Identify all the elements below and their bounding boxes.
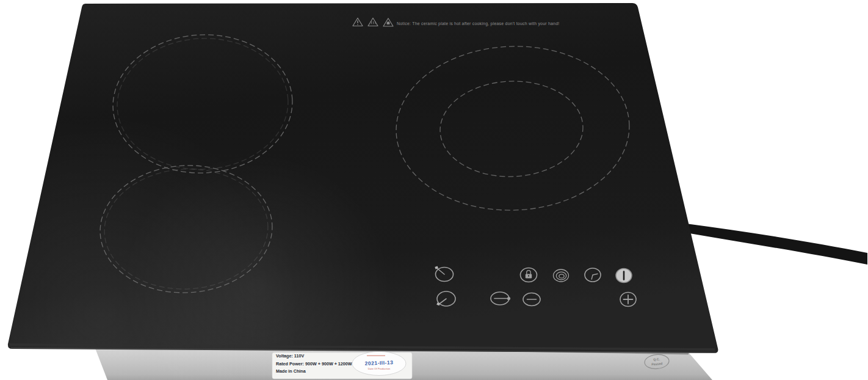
sticker-caption: Date Of Production <box>368 367 391 370</box>
cooktop-scene: Q.C. Passed Voltage: 110V Rated Power: 9… <box>0 0 868 380</box>
sticker-date: 2021-III-13 <box>364 359 393 367</box>
power-cord <box>686 224 867 265</box>
product-photo-cooktop: Q.C. Passed Voltage: 110V Rated Power: 9… <box>0 0 868 380</box>
qc-stamp-line1: Q.C. <box>653 357 660 362</box>
cooktop-glass-surface <box>0 3 718 380</box>
power-icon <box>616 269 632 283</box>
warning-text: Notice: The ceramic plate is hot after c… <box>397 21 559 26</box>
